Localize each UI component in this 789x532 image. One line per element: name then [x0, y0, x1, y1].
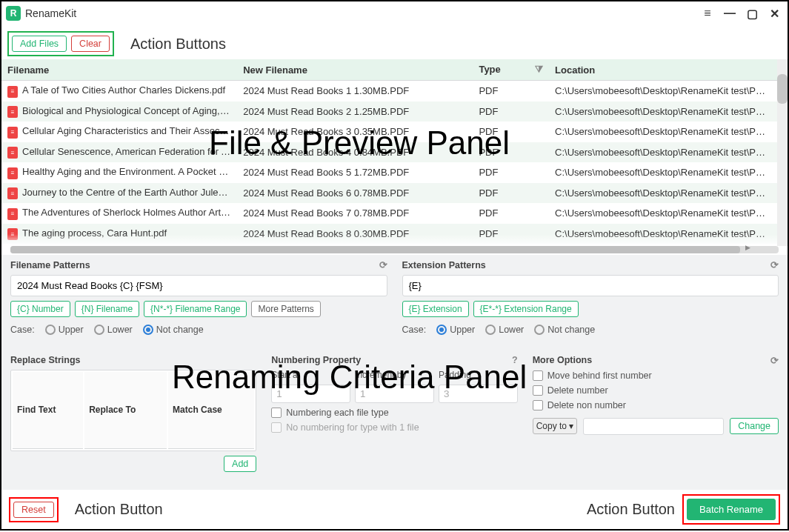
cell-location: C:\Users\mobeesoft\Desktop\RenameKit tes… [549, 224, 777, 245]
replace-to-header: Replace To [84, 372, 167, 449]
extension-pattern-input[interactable] [402, 275, 779, 296]
cell-type: PDF [473, 203, 549, 224]
delete-non-number-checkbox[interactable]: Delete non number [533, 400, 779, 410]
chip-more-patterns[interactable]: More Patterns [251, 301, 320, 317]
col-filename[interactable]: Filename [1, 59, 237, 81]
cell-location: C:\Users\mobeesoft\Desktop\RenameKit tes… [549, 162, 777, 183]
delete-number-checkbox[interactable]: Delete number [533, 385, 779, 396]
col-location[interactable]: Location [549, 59, 777, 81]
table-row[interactable]: ≡The aging process, Cara Hunt.pdf2024 Mu… [1, 224, 777, 245]
col-type[interactable]: Type ⧩ [473, 59, 549, 81]
chip-n-filename[interactable]: {N} Filename [75, 301, 139, 317]
pdf-file-icon: ≡ [7, 106, 18, 118]
extension-patterns-title: Extension Patterns [402, 260, 486, 270]
cell-filename: ≡A Tale of Two Cities Author Charles Dic… [1, 81, 237, 102]
table-row[interactable]: ≡Journey to the Centre of the Earth Auth… [1, 183, 777, 204]
app-icon-letter: R [10, 8, 17, 19]
annotation-box-reset: Reset [9, 497, 59, 522]
extension-case-notchange[interactable]: Not change [534, 325, 595, 335]
table-row[interactable]: ≡Healthy Aging and the Environment. A Po… [1, 162, 777, 183]
annotation-action-button-right: Action Button [587, 501, 675, 518]
maximize-button[interactable]: ▢ [743, 4, 761, 22]
top-action-row: Add Files Clear Action Buttons [1, 25, 788, 59]
move-behind-first-number-checkbox[interactable]: Move behind first number [533, 370, 779, 381]
chip-e-extension[interactable]: {E} Extension [402, 301, 469, 317]
numbering-padding-input[interactable] [439, 385, 518, 403]
table-row[interactable]: ≡Cellular Aging Characteristics and Thei… [1, 122, 777, 142]
cell-new-filename: 2024 Must Read Books 4 0.84MB.PDF [237, 142, 473, 163]
title-bar: R RenameKit ≡ — ▢ ✕ [1, 1, 788, 25]
cell-new-filename: 2024 Must Read Books 5 1.72MB.PDF [237, 162, 473, 183]
replace-strings-section: Replace Strings Find Text Replace To Mat… [10, 355, 256, 488]
cell-location: C:\Users\mobeesoft\Desktop\RenameKit tes… [549, 203, 777, 224]
replace-strings-title: Replace Strings [10, 355, 80, 365]
file-preview-panel: Filename New Filename Type ⧩ Location ≡A… [1, 59, 788, 246]
clear-button[interactable]: Clear [71, 36, 110, 52]
file-table-scroll[interactable]: Filename New Filename Type ⧩ Location ≡A… [1, 59, 777, 246]
numbering-section: Numbering Property ? Start at Increment … [271, 355, 517, 488]
app-icon: R [6, 6, 21, 21]
close-button[interactable]: ✕ [765, 4, 783, 22]
filename-case-notchange[interactable]: Not change [143, 325, 204, 335]
cell-new-filename: 2024 Must Read Books 1 1.30MB.PDF [237, 81, 473, 102]
numbering-each-filetype-checkbox[interactable]: Numbering each file type [271, 408, 517, 418]
cell-filename: ≡Cellular Senescence, American Federatio… [1, 142, 237, 163]
minimize-button[interactable]: — [721, 4, 739, 22]
cell-type: PDF [473, 142, 549, 163]
cell-location: C:\Users\mobeesoft\Desktop\RenameKit tes… [549, 81, 777, 102]
table-row[interactable]: ≡Biological and Physiological Concept of… [1, 102, 777, 122]
numbering-padding-label: Padding [439, 370, 518, 380]
pdf-file-icon: ≡ [7, 127, 18, 139]
extension-case-lower[interactable]: Lower [485, 325, 524, 335]
filter-icon[interactable]: ⧩ [535, 64, 543, 76]
cell-location: C:\Users\mobeesoft\Desktop\RenameKit tes… [549, 122, 777, 142]
more-options-section: More Options ⟳ Move behind first number … [533, 355, 779, 488]
col-new-filename[interactable]: New Filename [237, 59, 473, 81]
change-button[interactable]: Change [730, 418, 779, 434]
numbering-startat-label: Start at [271, 370, 350, 380]
refresh-icon[interactable]: ⟳ [379, 259, 387, 270]
refresh-icon[interactable]: ⟳ [770, 259, 779, 270]
hamburger-menu-button[interactable]: ≡ [699, 4, 716, 22]
renaming-criteria-panel: Filename Patterns ⟳ {C} Number {N} Filen… [1, 255, 788, 490]
copy-to-select[interactable]: Copy to ▾ [533, 418, 578, 434]
chip-c-number[interactable]: {C} Number [10, 301, 70, 317]
reset-button[interactable]: Reset [13, 502, 54, 518]
bottom-action-bar: Reset Action Button Action Button Batch … [1, 490, 788, 529]
pdf-file-icon: ≡ [7, 86, 18, 98]
extension-case-upper[interactable]: Upper [436, 325, 475, 335]
filename-pattern-input[interactable] [10, 275, 387, 296]
chip-extension-range[interactable]: {E*-*} Extension Range [473, 301, 579, 317]
pdf-file-icon: ≡ [7, 208, 18, 220]
pdf-file-icon: ≡ [7, 167, 18, 179]
add-files-button[interactable]: Add Files [12, 36, 67, 52]
numbering-increment-input[interactable] [355, 385, 434, 403]
table-row[interactable]: ≡A Tale of Two Cities Author Charles Dic… [1, 81, 777, 102]
copy-to-path-input[interactable] [583, 418, 724, 435]
chip-filename-range[interactable]: {N*-*} Filename Range [144, 301, 247, 317]
batch-rename-button[interactable]: Batch Rename [687, 499, 776, 520]
cell-location: C:\Users\mobeesoft\Desktop\RenameKit tes… [549, 183, 777, 204]
cell-new-filename: 2024 Must Read Books 7 0.78MB.PDF [237, 203, 473, 224]
horizontal-scrollbar[interactable] [10, 246, 779, 253]
replace-add-button[interactable]: Add [224, 456, 256, 472]
vertical-scrollbar[interactable] [777, 59, 788, 246]
annotation-action-button-left: Action Button [75, 501, 163, 518]
filename-case-upper[interactable]: Upper [45, 325, 84, 335]
more-options-title: More Options [533, 355, 593, 365]
filename-case-lower[interactable]: Lower [94, 325, 133, 335]
refresh-icon[interactable]: ⟳ [770, 355, 779, 366]
numbering-startat-input[interactable] [271, 385, 350, 403]
app-title: RenameKit [25, 7, 76, 19]
annotation-box-green: Add Files Clear [7, 31, 114, 56]
no-numbering-single-checkbox[interactable]: No numbering for type with 1 file [271, 422, 517, 433]
table-row[interactable]: ≡Cellular Senescence, American Federatio… [1, 142, 777, 163]
cell-new-filename: 2024 Must Read Books 6 0.78MB.PDF [237, 183, 473, 204]
cell-filename: ≡Biological and Physiological Concept of… [1, 102, 237, 122]
numbering-increment-label: Increment by [355, 370, 434, 380]
numbering-title: Numbering Property [271, 355, 361, 365]
cell-type: PDF [473, 122, 549, 142]
help-icon[interactable]: ? [512, 355, 518, 365]
table-row[interactable]: ≡The Adventures of Sherlock Holmes Autho… [1, 203, 777, 224]
extension-case-label: Case: [402, 325, 427, 335]
